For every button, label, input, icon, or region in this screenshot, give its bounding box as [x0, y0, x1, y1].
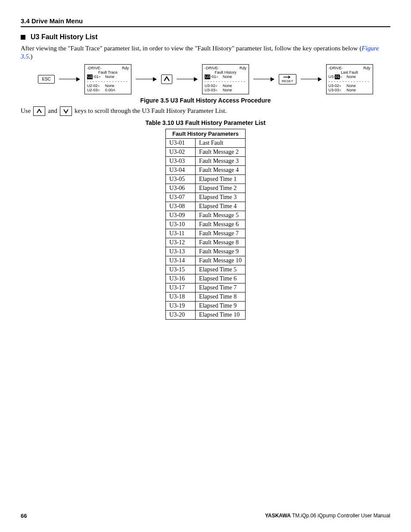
param-desc: Elapsed Time 3	[196, 193, 246, 202]
param-desc: Fault Message 7	[196, 229, 246, 238]
arrow-icon	[136, 77, 157, 81]
arrow-icon	[177, 77, 198, 81]
arrow-icon	[59, 77, 80, 81]
footer-brand: YASKAWA	[265, 513, 291, 519]
table-row: U3-11Fault Message 7	[166, 229, 246, 238]
param-code: U3-12	[166, 238, 196, 247]
param-code: U3-01	[166, 138, 196, 147]
param-code: U3-04	[166, 165, 196, 174]
param-desc: Elapsed Time 6	[196, 274, 246, 283]
param-desc: Fault Message 4	[196, 165, 246, 174]
param-code: U3-15	[166, 265, 196, 274]
up-key-icon	[33, 106, 45, 116]
intro-paragraph: After viewing the "Fault Trace" paramete…	[21, 44, 390, 61]
section-header: 3.4 Drive Main Menu	[21, 17, 390, 25]
table-row: U3-12Fault Message 8	[166, 238, 246, 247]
param-code: U3-20	[166, 310, 196, 319]
param-code: U3-09	[166, 211, 196, 220]
scroll-prefix: Use	[21, 107, 31, 115]
param-desc: Fault Message 9	[196, 247, 246, 256]
param-desc: Fault Message 5	[196, 211, 246, 220]
table-row: U3-01Last Fault	[166, 138, 246, 147]
param-code: U3-10	[166, 220, 196, 229]
param-desc: Fault Message 2	[196, 147, 246, 156]
table-row: U3-14Fault Message 10	[166, 256, 246, 265]
page-number: 66	[21, 513, 27, 519]
lcd-screen: -DRIVE-RdyFault HistoryU3-01=None- - - -…	[202, 64, 249, 94]
param-code: U3-03	[166, 156, 196, 165]
parameter-table: Fault History Parameters U3-01Last Fault…	[165, 129, 246, 320]
table-row: U3-18Elapsed Time 8	[166, 292, 246, 301]
lcd-screen: -DRIVE-RdyFault TraceU2-01=None- - - - -…	[84, 64, 131, 94]
subheading: U3 Fault History List	[21, 33, 390, 41]
param-desc: Elapsed Time 7	[196, 283, 246, 292]
param-desc: Elapsed Time 2	[196, 184, 246, 193]
table-row: U3-02Fault Message 2	[166, 147, 246, 156]
param-desc: Last Fault	[196, 138, 246, 147]
param-code: U3-18	[166, 292, 196, 301]
param-desc: Elapsed Time 4	[196, 202, 246, 211]
param-code: U3-19	[166, 301, 196, 310]
param-desc: Fault Message 3	[196, 156, 246, 165]
figure-caption: Figure 3.5 U3 Fault History Access Proce…	[21, 97, 390, 104]
table-row: U3-19Elapsed Time 9	[166, 301, 246, 310]
param-code: U3-11	[166, 229, 196, 238]
table-row: U3-07Elapsed Time 3	[166, 193, 246, 202]
table-row: U3-10Fault Message 6	[166, 220, 246, 229]
param-desc: Elapsed Time 9	[196, 301, 246, 310]
table-row: U3-20Elapsed Time 10	[166, 310, 246, 319]
table-row: U3-06Elapsed Time 2	[166, 184, 246, 193]
param-code: U3-16	[166, 274, 196, 283]
section-rule	[21, 26, 390, 27]
param-code: U3-05	[166, 174, 196, 184]
param-desc: Elapsed Time 8	[196, 292, 246, 301]
table-caption: Table 3.10 U3 Fault History Parameter Li…	[21, 119, 390, 126]
param-desc: Elapsed Time 10	[196, 310, 246, 319]
reset-key: RESET	[279, 74, 296, 84]
table-row: U3-09Fault Message 5	[166, 211, 246, 220]
table-row: U3-17Elapsed Time 7	[166, 283, 246, 292]
arrow-icon	[253, 77, 274, 81]
param-code: U3-02	[166, 147, 196, 156]
bullet-square-icon	[21, 35, 25, 40]
esc-key: ESC	[38, 75, 55, 84]
param-desc: Elapsed Time 1	[196, 174, 246, 184]
param-code: U3-13	[166, 247, 196, 256]
scroll-instruction: Use and keys to scroll through the U3 Fa…	[21, 106, 390, 116]
table-row: U3-04Fault Message 4	[166, 165, 246, 174]
up-key	[161, 75, 172, 84]
table-row: U3-15Elapsed Time 5	[166, 265, 246, 274]
page-footer: 66 YASKAWA TM.iQp.06 iQpump Controller U…	[21, 513, 390, 519]
param-desc: Fault Message 8	[196, 238, 246, 247]
param-desc: Fault Message 10	[196, 256, 246, 265]
subheading-text: U3 Fault History List	[31, 33, 98, 40]
scroll-mid: and	[48, 107, 57, 115]
down-key-icon	[60, 106, 72, 116]
lcd-screen: -DRIVE-RdyLast FaultU3-01=None- - - - - …	[326, 64, 373, 94]
param-code: U3-07	[166, 193, 196, 202]
table-row: U3-05Elapsed Time 1	[166, 174, 246, 184]
arrow-icon	[301, 77, 322, 81]
param-code: U3-17	[166, 283, 196, 292]
param-desc: Fault Message 6	[196, 220, 246, 229]
param-code: U3-06	[166, 184, 196, 193]
scroll-suffix: keys to scroll through the U3 Fault Hist…	[75, 107, 227, 115]
param-desc: Elapsed Time 5	[196, 265, 246, 274]
table-row: U3-13Fault Message 9	[166, 247, 246, 256]
table-header: Fault History Parameters	[166, 129, 246, 138]
table-row: U3-03Fault Message 3	[166, 156, 246, 165]
intro-after: .)	[29, 53, 33, 60]
param-code: U3-14	[166, 256, 196, 265]
footer-manual: TM.iQp.06 iQpump Controller User Manual	[291, 513, 390, 519]
procedure-row: ESC-DRIVE-RdyFault TraceU2-01=None- - - …	[21, 64, 390, 94]
manual-ref: YASKAWA TM.iQp.06 iQpump Controller User…	[265, 513, 390, 519]
table-row: U3-16Elapsed Time 6	[166, 274, 246, 283]
param-code: U3-08	[166, 202, 196, 211]
intro-before: After viewing the "Fault Trace" paramete…	[21, 45, 361, 52]
table-row: U3-08Elapsed Time 4	[166, 202, 246, 211]
